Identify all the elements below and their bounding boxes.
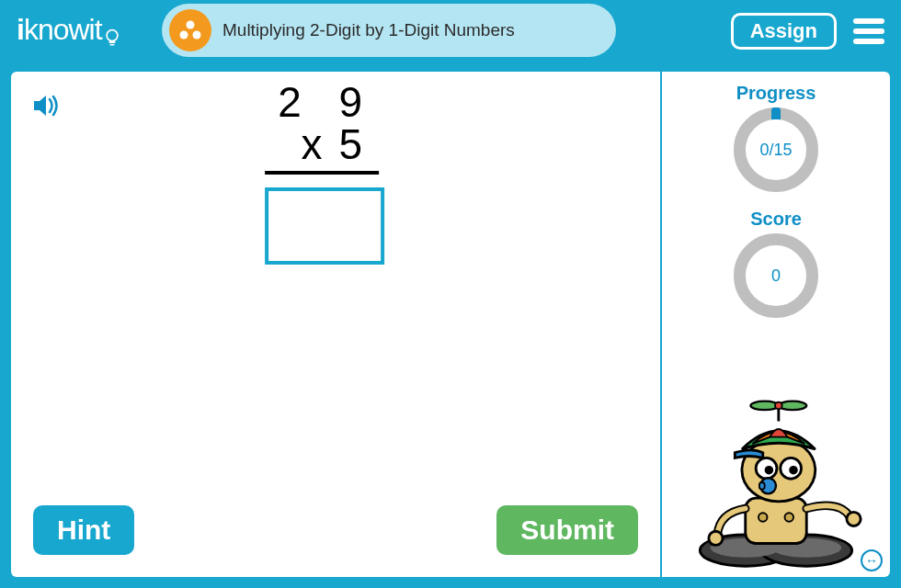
sidebar: Progress 0/15 Score 0 xyxy=(660,72,890,577)
svg-point-19 xyxy=(765,466,774,475)
multiplier-row: x 5 xyxy=(265,119,379,175)
svg-rect-2 xyxy=(109,43,114,45)
progress-value: 0/15 xyxy=(759,141,792,160)
main-panel: 2 9 x 5 Hint Submit Progress 0/15 Score … xyxy=(11,72,890,577)
svg-point-12 xyxy=(758,513,768,522)
header-bar: iknowit Multiplying 2-Digit by 1-Digit N… xyxy=(0,0,901,62)
svg-point-16 xyxy=(742,439,815,502)
app-root: iknowit Multiplying 2-Digit by 1-Digit N… xyxy=(0,0,901,588)
brand-text: knowit xyxy=(24,13,102,47)
brand-i: i xyxy=(17,13,24,47)
speaker-icon[interactable] xyxy=(33,94,61,121)
answer-input[interactable] xyxy=(265,187,384,265)
svg-marker-6 xyxy=(34,96,46,116)
svg-point-3 xyxy=(187,21,195,29)
score-label: Score xyxy=(662,209,890,230)
lesson-title-pill: Multiplying 2-Digit by 1-Digit Numbers xyxy=(162,4,616,57)
assign-button[interactable]: Assign xyxy=(731,13,837,50)
level-badge-icon xyxy=(169,9,211,51)
hint-button[interactable]: Hint xyxy=(33,505,134,555)
lightbulb-icon xyxy=(104,22,120,39)
svg-rect-11 xyxy=(746,498,807,543)
progress-ring: 0/15 xyxy=(734,107,818,192)
submit-button[interactable]: Submit xyxy=(496,505,638,555)
header-right: Assign xyxy=(731,13,884,50)
score-ring: 0 xyxy=(734,233,818,318)
menu-icon[interactable] xyxy=(853,18,884,44)
svg-point-5 xyxy=(193,31,201,40)
svg-point-4 xyxy=(180,31,188,40)
fullscreen-icon[interactable]: ↔ xyxy=(861,549,883,571)
score-value: 0 xyxy=(771,266,781,286)
svg-point-26 xyxy=(775,402,782,410)
math-problem: 2 9 x 5 xyxy=(265,77,379,265)
robot-mascot-icon xyxy=(679,395,872,573)
work-area: 2 9 x 5 Hint Submit xyxy=(11,72,660,577)
svg-point-0 xyxy=(107,29,118,40)
lesson-title: Multiplying 2-Digit by 1-Digit Numbers xyxy=(222,20,515,40)
brand-logo[interactable]: iknowit xyxy=(17,13,120,47)
svg-point-15 xyxy=(847,512,861,526)
svg-rect-22 xyxy=(759,482,765,490)
svg-point-20 xyxy=(789,466,798,475)
svg-rect-1 xyxy=(108,40,115,43)
svg-point-13 xyxy=(785,513,794,522)
multiplier: 5 xyxy=(339,119,376,169)
progress-label: Progress xyxy=(662,83,890,104)
svg-point-14 xyxy=(709,531,723,545)
operator: x xyxy=(302,119,323,169)
